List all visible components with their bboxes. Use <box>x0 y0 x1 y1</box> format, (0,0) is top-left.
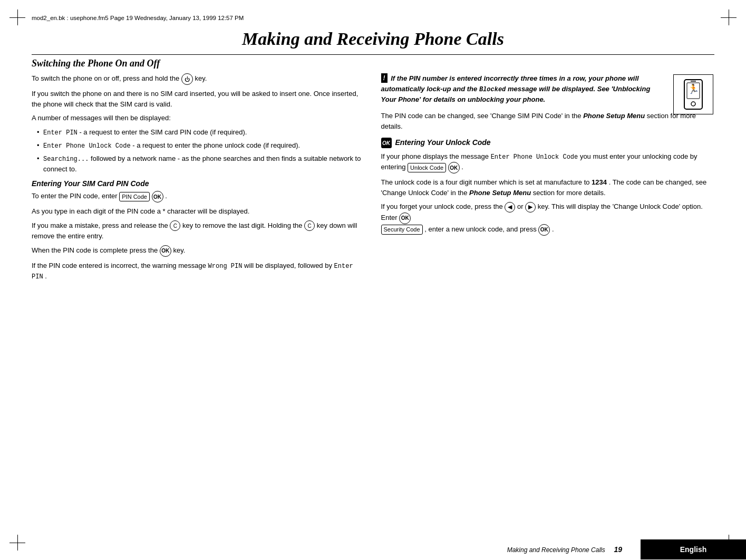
c-key-icon-2: C <box>304 220 315 231</box>
svg-point-2 <box>691 102 695 106</box>
right-nav-button: ▶ <box>525 202 536 213</box>
footer-chapter-title: Making and Receiving Phone Calls <box>507 546 605 554</box>
section2-para4: When the PIN code is complete press the … <box>32 245 365 257</box>
page-number: 19 <box>614 545 622 554</box>
security-code-button: Security Code <box>381 225 423 235</box>
column-left: To switch the phone on or off, press and… <box>32 73 365 285</box>
section2-para3: If you make a mistake, press and release… <box>32 220 365 242</box>
bullet-list: Enter PIN - a request to enter the SIM c… <box>37 127 365 175</box>
bullet-item-2: Enter Phone Unlock Code - a request to e… <box>37 140 365 151</box>
ok-button-4: OK <box>399 213 411 224</box>
left-nav-button: ◀ <box>505 202 515 213</box>
ok-button-3: OK <box>448 162 460 173</box>
language-label: English <box>641 539 746 559</box>
phone-icon: 🏃 <box>680 79 706 110</box>
meta-line: mod2_en.bk : usephone.fm5 Page 19 Wednes… <box>32 15 244 21</box>
section2-para2: As you type in each digit of the PIN cod… <box>32 206 365 217</box>
phone-image: 🏃 <box>672 73 714 115</box>
crosshair-top-left <box>9 9 25 25</box>
section3-para1: The PIN code can be changed, see 'Change… <box>381 111 715 131</box>
bullet-item-3: Searching... followed by a network name … <box>37 153 365 175</box>
section1-para2: If you switch the phone on and there is … <box>32 89 365 109</box>
bullet-item-1: Enter PIN - a request to enter the SIM c… <box>37 127 365 138</box>
crosshair-top-right <box>721 9 737 25</box>
main-content: Making and Receiving Phone Calls Switchi… <box>32 29 714 528</box>
pin-code-button: PIN Code <box>119 192 150 202</box>
svg-text:🏃: 🏃 <box>687 83 700 95</box>
section1-para3: A number of messages will then be displa… <box>32 113 365 123</box>
section4-para1: If your phone displays the message Enter… <box>381 151 715 173</box>
warning-text: ! If the PIN number is entered incorrect… <box>381 73 667 104</box>
section1-heading: Switching the Phone On and Off <box>32 58 714 69</box>
section4-heading: OK Entering Your Unlock Code <box>381 138 715 148</box>
footer: Making and Receiving Phone Calls 19 Engl… <box>0 539 746 560</box>
column-right: 🏃 ! If the PIN number is entered incorre… <box>381 73 715 285</box>
ok-button-1: OK <box>152 191 163 202</box>
warning-icon: ! <box>381 73 387 83</box>
section2-para5: If the PIN code entered is incorrect, th… <box>32 260 365 282</box>
warning-box: ! If the PIN number is entered incorrect… <box>381 73 715 104</box>
title-divider <box>32 54 714 55</box>
page-title: Making and Receiving Phone Calls <box>32 29 714 49</box>
c-key-icon: C <box>170 220 180 231</box>
two-column-layout: To switch the phone on or off, press and… <box>32 73 714 285</box>
ok-button-2: OK <box>160 245 171 257</box>
power-key-icon: ⏻ <box>181 73 193 85</box>
section4-para3: If you forget your unlock code, press th… <box>381 201 715 236</box>
ok-icon-heading: OK <box>381 138 392 148</box>
ok-button-5: OK <box>538 224 550 236</box>
section2-para1: To enter the PIN code, enter PIN Code OK… <box>32 191 365 202</box>
unlock-code-button: Unlock Code <box>408 163 446 173</box>
footer-center: Making and Receiving Phone Calls 19 <box>315 545 641 554</box>
section1-para1: To switch the phone on or off, press and… <box>32 73 365 85</box>
section2-heading: Entering Your SIM Card PIN Code <box>32 179 365 188</box>
phone-svg-container: 🏃 <box>673 74 713 114</box>
section4-para2: The unlock code is a four digit number w… <box>381 177 715 198</box>
